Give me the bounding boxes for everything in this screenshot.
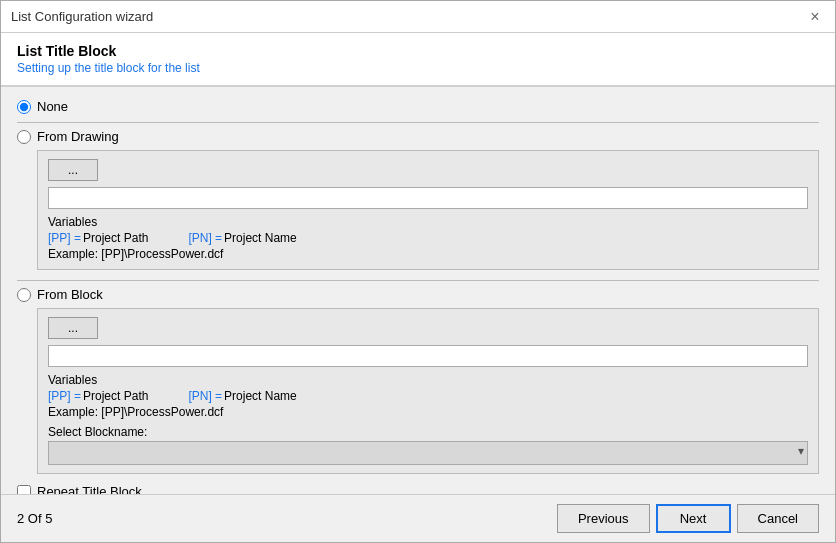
header-section: List Title Block Setting up the title bl… — [1, 33, 835, 87]
from-drawing-radio[interactable] — [17, 130, 31, 144]
dialog: List Configuration wizard × List Title B… — [0, 0, 836, 543]
none-radio[interactable] — [17, 100, 31, 114]
divider-1 — [17, 122, 819, 123]
close-button[interactable]: × — [805, 7, 825, 27]
repeat-title-block-text: Repeat Title Block — [37, 484, 142, 494]
from-block-variables-title: Variables — [48, 373, 808, 387]
from-block-example: Example: [PP]\ProcessPower.dcf — [48, 405, 808, 419]
header-subtitle-plain: Setting up the title block — [17, 61, 148, 75]
header-subtitle-link: for the list — [148, 61, 200, 75]
from-block-var1-key: [PP] = — [48, 389, 81, 403]
from-block-label: From Block — [37, 287, 103, 302]
header-title: List Title Block — [17, 43, 819, 59]
from-block-variable-row: [PP] = Project Path [PN] = Project Name — [48, 389, 808, 403]
from-drawing-var2: [PN] = Project Name — [188, 231, 296, 245]
select-blockname-input[interactable] — [48, 441, 808, 465]
from-drawing-variables: Variables [PP] = Project Path [PN] = Pro… — [48, 215, 808, 261]
divider-2 — [17, 280, 819, 281]
page-status: 2 Of 5 — [17, 511, 52, 526]
select-blockname-label: Select Blockname: — [48, 425, 808, 439]
none-radio-label[interactable]: None — [17, 99, 819, 114]
from-drawing-var1: [PP] = Project Path — [48, 231, 148, 245]
from-block-browse-button[interactable]: ... — [48, 317, 98, 339]
from-drawing-variable-row: [PP] = Project Path [PN] = Project Name — [48, 231, 808, 245]
from-block-section: ... Variables [PP] = Project Path [PN] =… — [37, 308, 819, 474]
dialog-title: List Configuration wizard — [11, 9, 153, 24]
from-drawing-variables-title: Variables — [48, 215, 808, 229]
from-drawing-var2-value: Project Name — [224, 231, 297, 245]
from-block-radio[interactable] — [17, 288, 31, 302]
from-drawing-example: Example: [PP]\ProcessPower.dcf — [48, 247, 808, 261]
from-block-radio-label[interactable]: From Block — [17, 287, 819, 302]
from-drawing-label: From Drawing — [37, 129, 119, 144]
from-drawing-var1-key: [PP] = — [48, 231, 81, 245]
from-drawing-var2-key: [PN] = — [188, 231, 222, 245]
from-drawing-radio-group: From Drawing ... Variables [PP] = Projec… — [17, 129, 819, 270]
footer: 2 Of 5 Previous Next Cancel — [1, 494, 835, 542]
cancel-button[interactable]: Cancel — [737, 504, 819, 533]
from-block-variables: Variables [PP] = Project Path [PN] = Pro… — [48, 373, 808, 465]
footer-buttons: Previous Next Cancel — [557, 504, 819, 533]
select-blockname-wrapper — [48, 441, 808, 465]
from-block-var2: [PN] = Project Name — [188, 389, 296, 403]
next-button[interactable]: Next — [656, 504, 731, 533]
from-block-radio-group: From Block ... Variables [PP] = Project … — [17, 287, 819, 474]
from-block-text-input[interactable] — [48, 345, 808, 367]
from-drawing-section: ... Variables [PP] = Project Path [PN] =… — [37, 150, 819, 270]
previous-button[interactable]: Previous — [557, 504, 650, 533]
header-subtitle: Setting up the title block for the list — [17, 61, 819, 75]
repeat-title-block-checkbox[interactable] — [17, 485, 31, 495]
none-label: None — [37, 99, 68, 114]
from-drawing-var1-value: Project Path — [83, 231, 148, 245]
content-area: None From Drawing ... Variables [PP] = P… — [1, 87, 835, 494]
from-block-var2-key: [PN] = — [188, 389, 222, 403]
from-block-var2-value: Project Name — [224, 389, 297, 403]
repeat-title-block-label[interactable]: Repeat Title Block — [17, 484, 819, 494]
from-drawing-radio-label[interactable]: From Drawing — [17, 129, 819, 144]
none-radio-group: None — [17, 99, 819, 114]
from-drawing-browse-button[interactable]: ... — [48, 159, 98, 181]
from-drawing-text-input[interactable] — [48, 187, 808, 209]
from-block-var1-value: Project Path — [83, 389, 148, 403]
from-block-var1: [PP] = Project Path — [48, 389, 148, 403]
title-bar: List Configuration wizard × — [1, 1, 835, 33]
